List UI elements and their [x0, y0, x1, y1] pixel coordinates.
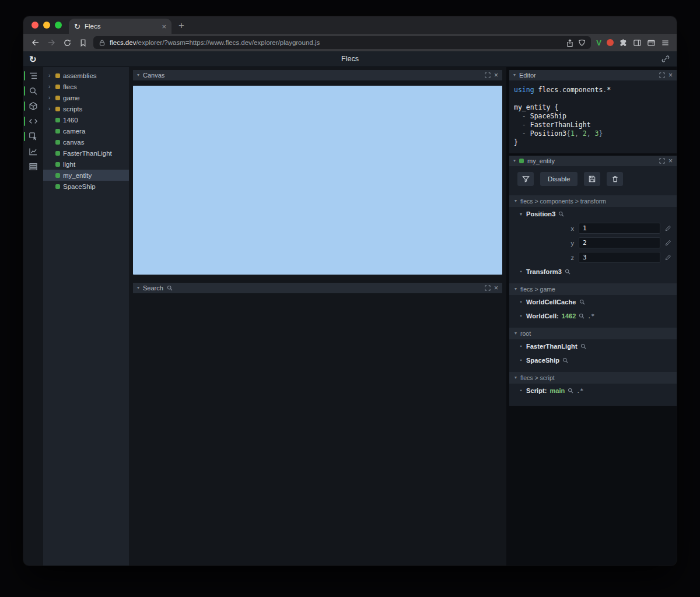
expand-chevron-icon[interactable]: ›	[48, 94, 52, 101]
field-input-z[interactable]: 3	[579, 252, 660, 263]
shield-icon[interactable]	[578, 39, 586, 47]
permalink-icon[interactable]	[662, 55, 670, 63]
tree-item-my_entity[interactable]: my_entity	[43, 170, 129, 181]
component-name: Script:	[526, 387, 547, 394]
tree-item-assemblies[interactable]: ›assemblies	[43, 70, 129, 81]
field-input-y[interactable]: 2	[579, 237, 660, 248]
expand-chevron-icon[interactable]: ›	[48, 72, 52, 79]
search-icon[interactable]	[568, 388, 573, 394]
new-tab-button[interactable]: +	[178, 20, 184, 30]
tree-item-game[interactable]: ›game	[43, 92, 129, 103]
address-bar[interactable]: flecs.dev/explorer/?wasm=https://www.fle…	[93, 36, 591, 49]
tree-item-camera[interactable]: camera	[43, 125, 129, 136]
close-panel-icon[interactable]: ×	[668, 157, 673, 164]
search-icon[interactable]	[565, 269, 570, 275]
tables-icon[interactable]	[23, 159, 43, 174]
section-header[interactable]: ▾root	[509, 328, 677, 339]
sidebar-toggle-icon[interactable]	[633, 38, 642, 47]
section-header[interactable]: ▾flecs > components > transform	[509, 195, 677, 207]
section-header[interactable]: ▾flecs > script	[509, 372, 677, 384]
editor-code[interactable]: using flecs.components.* my_entity { - S…	[509, 80, 677, 153]
wallet-icon[interactable]	[647, 38, 656, 47]
expand-panel-icon[interactable]	[659, 158, 665, 164]
package-icon[interactable]	[23, 99, 43, 114]
component-SpaceShip[interactable]: •SpaceShip	[509, 353, 677, 367]
bookmark-icon[interactable]	[78, 37, 88, 48]
render-canvas[interactable]	[133, 86, 502, 275]
search-icon[interactable]	[558, 211, 564, 217]
component-WorldCell[interactable]: •WorldCell:1462.*	[509, 309, 677, 323]
collapse-chevron-icon[interactable]: ▾	[137, 286, 139, 290]
search-icon[interactable]	[562, 357, 568, 363]
close-panel-icon[interactable]: ×	[494, 285, 498, 292]
collapse-chevron-icon: ▾	[514, 331, 517, 336]
component-WorldCellCache[interactable]: •WorldCellCache	[509, 295, 677, 309]
collapse-chevron-icon[interactable]: ▾	[137, 73, 139, 78]
edit-icon[interactable]	[665, 240, 671, 246]
browser-tab[interactable]: ↻ Flecs ×	[69, 19, 172, 34]
field-label: z	[571, 254, 575, 261]
expand-chevron-icon[interactable]: ›	[48, 83, 52, 90]
edit-icon[interactable]	[665, 254, 671, 261]
tree-item-scripts[interactable]: ›scripts	[43, 103, 129, 114]
entity-tree-icon[interactable]	[23, 68, 43, 83]
tab-close-icon[interactable]: ×	[162, 23, 166, 30]
save-button[interactable]	[584, 172, 600, 186]
editor-panel-header: ▾ Editor ×	[509, 70, 677, 80]
back-button[interactable]	[30, 37, 41, 48]
component-Script[interactable]: •Script:main.*	[509, 384, 677, 398]
extensions-puzzle-icon[interactable]	[619, 38, 628, 47]
bullet-icon: •	[519, 358, 523, 363]
entity-icon	[55, 151, 60, 156]
edit-icon[interactable]	[665, 225, 671, 231]
disable-button[interactable]: Disable	[540, 172, 578, 186]
inspect-cursor-icon[interactable]	[23, 129, 43, 144]
window-controls	[23, 22, 69, 29]
code-icon[interactable]	[23, 114, 43, 129]
query-search-icon[interactable]	[23, 83, 43, 99]
component-Position3[interactable]: ▾Position3	[509, 207, 677, 221]
field-input-x[interactable]: 1	[579, 223, 660, 234]
filter-button[interactable]	[517, 172, 534, 186]
entity-icon	[519, 159, 524, 163]
tree-item-FasterThanLight[interactable]: FasterThanLight	[43, 148, 129, 159]
search-icon[interactable]	[580, 343, 586, 349]
component-FasterThanLight[interactable]: •FasterThanLight	[509, 339, 677, 353]
expand-panel-icon[interactable]	[485, 285, 491, 291]
reload-button[interactable]	[62, 37, 72, 48]
share-icon[interactable]	[566, 38, 574, 47]
tree-item-flecs[interactable]: ›flecs	[43, 81, 129, 92]
bullet-icon: •	[519, 314, 523, 319]
close-panel-icon[interactable]: ×	[494, 72, 498, 79]
minimize-window-button[interactable]	[43, 22, 50, 29]
close-panel-icon[interactable]: ×	[668, 72, 673, 79]
tree-item-light[interactable]: light	[43, 159, 129, 170]
menu-icon[interactable]	[661, 38, 670, 47]
tree-item-canvas[interactable]: canvas	[43, 136, 129, 148]
search-icon[interactable]	[579, 313, 584, 319]
code-line: my_entity {	[514, 103, 672, 112]
forward-button[interactable]	[46, 37, 57, 48]
extension-dot-icon[interactable]	[607, 39, 614, 46]
close-window-button[interactable]	[32, 22, 38, 29]
expand-panel-icon[interactable]	[485, 72, 491, 78]
section-header[interactable]: ▾flecs > game	[509, 283, 677, 295]
expand-chevron-icon[interactable]: ›	[48, 106, 52, 112]
collapse-chevron-icon[interactable]: ▾	[513, 159, 516, 163]
search-icon[interactable]	[579, 299, 585, 305]
chart-icon[interactable]	[23, 144, 43, 159]
component-value: main	[550, 387, 565, 394]
component-Transform3[interactable]: •Transform3	[509, 265, 677, 279]
extension-v-icon[interactable]: V	[596, 38, 601, 47]
inspector-toolbar: Disable	[509, 166, 677, 191]
fullscreen-window-button[interactable]	[55, 22, 62, 29]
collapse-chevron-icon: ▾	[514, 287, 517, 292]
tree-item-1460[interactable]: 1460	[43, 114, 129, 125]
lock-icon[interactable]	[99, 39, 106, 46]
delete-button[interactable]	[607, 172, 623, 186]
tree-item-SpaceShip[interactable]: SpaceShip	[43, 181, 129, 192]
expand-panel-icon[interactable]	[659, 72, 665, 78]
search-panel-title: Search	[143, 285, 163, 292]
collapse-chevron-icon[interactable]: ▾	[513, 73, 516, 78]
code-line: - SpaceShip	[514, 112, 672, 121]
